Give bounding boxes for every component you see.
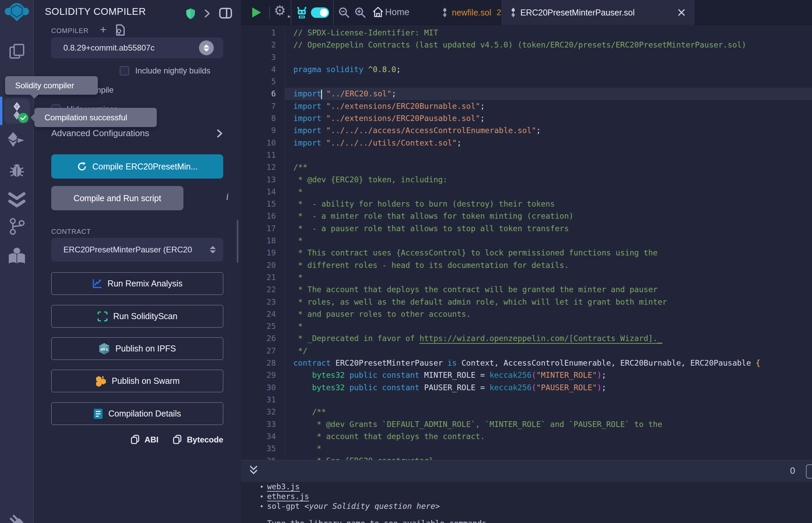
zoom-in-icon[interactable] (354, 7, 366, 18)
code-line-6[interactable]: 6import "../ERC20.sol"; (241, 88, 812, 100)
terminal-entry-2[interactable]: •ethers.js (241, 492, 812, 501)
code-line-1[interactable]: 1// SPDX-License-Identifier: MIT (241, 26, 812, 39)
code-line-35[interactable]: 35 * (241, 443, 812, 455)
compilation-details-button[interactable]: Compilation Details (51, 402, 223, 425)
learneth-book-icon[interactable] (0, 247, 34, 266)
run-solidityscan-label: Run SolidityScan (113, 311, 177, 321)
contract-select-value: ERC20PresetMinterPauser (ERC20 (64, 245, 192, 254)
home-tab-label[interactable]: Home (385, 7, 409, 18)
pin-panel-icon[interactable] (219, 8, 232, 19)
code-line-8[interactable]: 8import "../extensions/ERC20Pausable.sol… (241, 112, 812, 124)
editor-toolbar: ⚙ ▶ (241, 0, 812, 25)
code-line-4[interactable]: 4pragma solidity ^0.8.0; (241, 64, 812, 75)
chevron-right-icon (216, 129, 223, 138)
plugin-tooltip: Solidity compiler (5, 76, 98, 95)
terminal-entry-1[interactable]: •web3.js (241, 482, 812, 492)
file-explorer-icon[interactable] (0, 41, 34, 61)
code-line-15[interactable]: 15 * - ability for holders to burn (dest… (241, 198, 812, 210)
code-line-2[interactable]: 2// OpenZeppelin Contracts (last updated… (241, 39, 812, 51)
terminal-hint: Type the library name to see available c… (267, 519, 491, 523)
code-line-24[interactable]: 24 * and pauser roles to other accounts. (241, 308, 812, 320)
code-line-10[interactable]: 10import "../../../utils/Context.sol"; (241, 137, 812, 149)
nightly-builds-checkbox[interactable] (120, 66, 129, 75)
plugin-manager-plug-icon[interactable] (0, 512, 34, 523)
terminal-listen-count: 0 (790, 466, 795, 476)
code-line-9[interactable]: 9import "../../../access/AccessControlEn… (241, 124, 812, 137)
compile-button[interactable]: Compile ERC20PresetMin... (51, 154, 223, 179)
add-compiler-icon[interactable]: + (100, 23, 107, 36)
code-line-32[interactable]: 32 /** (241, 406, 812, 418)
publish-ipfs-label: Publish on IPFS (115, 344, 176, 354)
code-editor[interactable]: 1// SPDX-License-Identifier: MIT2// Open… (241, 25, 812, 460)
code-line-25[interactable]: 25 * (241, 320, 812, 332)
tab-newfile[interactable]: newfile.sol 2 (442, 0, 501, 25)
abi-label[interactable]: ABI (145, 435, 158, 445)
code-line-29[interactable]: 29 bytes32 public constant MINTER_ROLE =… (241, 369, 812, 381)
compile-and-run-label: Compile and Run script (73, 194, 161, 203)
code-line-16[interactable]: 16 * - a minter role that allows for tok… (241, 210, 812, 222)
unit-testing-icon[interactable] (0, 191, 34, 210)
code-line-7[interactable]: 7import "../extensions/ERC20Burnable.sol… (241, 100, 812, 112)
run-remix-analysis-button[interactable]: Run Remix Analysis (51, 272, 223, 295)
publish-ipfs-button[interactable]: IPFS Publish on IPFS (51, 337, 223, 360)
debugger-icon[interactable] (0, 160, 34, 179)
terminal-output[interactable]: •web3.js•ethers.js•sol-gpt <your Solidit… (241, 482, 812, 523)
code-line-17[interactable]: 17 * - a pauser role that allows to stop… (241, 222, 812, 235)
compile-and-run-button[interactable]: Compile and Run script (51, 186, 183, 210)
chevron-right-icon[interactable] (204, 9, 211, 18)
code-line-14[interactable]: 14 * (241, 186, 812, 198)
code-line-20[interactable]: 20 * different roles - head to its docum… (241, 259, 812, 271)
terminal-listen-toggle[interactable] (806, 464, 812, 479)
terminal-entry-3[interactable]: •sol-gpt <your Solidity question here> (241, 501, 812, 511)
advanced-configurations-label: Advanced Configurations (51, 128, 149, 139)
bytecode-label[interactable]: Bytecode (187, 435, 223, 445)
code-line-31[interactable]: 31 (241, 394, 812, 406)
contract-select[interactable]: ERC20PresetMinterPauser (ERC20 (51, 238, 223, 262)
deploy-run-icon[interactable] (0, 131, 34, 150)
remix-logo-icon[interactable] (0, 2, 34, 22)
compilation-status-tooltip: Compilation successful (34, 108, 157, 127)
git-branch-icon[interactable] (0, 217, 34, 236)
copy-abi-icon[interactable] (130, 435, 140, 445)
copilot-toggle[interactable] (311, 7, 329, 18)
tab-erc20presetminterpauser[interactable]: ERC20PresetMinterPauser.sol (502, 0, 694, 25)
code-line-30[interactable]: 30 bytes32 public constant PAUSER_ROLE =… (241, 381, 812, 394)
panel-scrollbar[interactable] (237, 220, 239, 263)
copy-bytecode-icon[interactable] (173, 435, 182, 445)
compiler-version-select[interactable]: 0.8.29+commit.ab55807c (51, 37, 223, 58)
code-line-21[interactable]: 21 * (241, 271, 812, 283)
publish-swarm-button[interactable]: Publish on Swarm (51, 370, 223, 392)
code-line-36[interactable]: 36 * See {ERC20-constructor}. (241, 455, 812, 460)
shield-icon[interactable] (186, 8, 196, 20)
code-line-33[interactable]: 33 * @dev Grants `DEFAULT_ADMIN_ROLE`, `… (241, 418, 812, 430)
zoom-out-icon[interactable] (338, 7, 350, 18)
code-line-18[interactable]: 18 * (241, 235, 812, 247)
license-doc-icon[interactable] (114, 24, 125, 36)
code-line-13[interactable]: 13 * @dev {ERC20} token, including: (241, 174, 812, 186)
code-line-11[interactable]: 11 (241, 149, 812, 161)
info-icon[interactable]: i (226, 191, 229, 202)
compiler-version-value: 0.8.29+commit.ab55807c (64, 43, 155, 53)
code-line-12[interactable]: 12/** (241, 161, 812, 173)
toolbar-section-divider (333, 0, 334, 25)
compilation-details-label: Compilation Details (108, 409, 181, 418)
gear-play-badge-icon: ▶ (286, 13, 293, 20)
run-solidityscan-button[interactable]: Run SolidityScan (51, 305, 223, 327)
run-config-gear-icon[interactable]: ⚙ (274, 3, 286, 18)
code-line-34[interactable]: 34 * account that deploys the contract. (241, 430, 812, 443)
code-line-22[interactable]: 22 * The account that deploys the contra… (241, 283, 812, 295)
code-line-26[interactable]: 26 * _Deprecated in favor of https://wiz… (241, 332, 812, 344)
code-line-27[interactable]: 27 */ (241, 345, 812, 357)
code-line-23[interactable]: 23 * roles, as well as the default admin… (241, 296, 812, 308)
ai-copilot-robot-icon[interactable] (295, 6, 308, 19)
expand-terminal-chevrons-icon[interactable] (248, 465, 259, 477)
code-line-28[interactable]: 28contract ERC20PresetMinterPauser is Co… (241, 357, 812, 369)
code-line-5[interactable]: 5 (241, 75, 812, 88)
advanced-configurations-row[interactable]: Advanced Configurations (51, 128, 223, 139)
home-icon[interactable] (372, 6, 384, 18)
terminal-bar[interactable]: 0 (241, 460, 812, 482)
code-line-3[interactable]: 3 (241, 51, 812, 64)
run-script-play-button[interactable] (252, 7, 261, 18)
close-tab-icon[interactable] (677, 8, 686, 17)
code-line-19[interactable]: 19 * This contract uses {AccessControl} … (241, 247, 812, 259)
